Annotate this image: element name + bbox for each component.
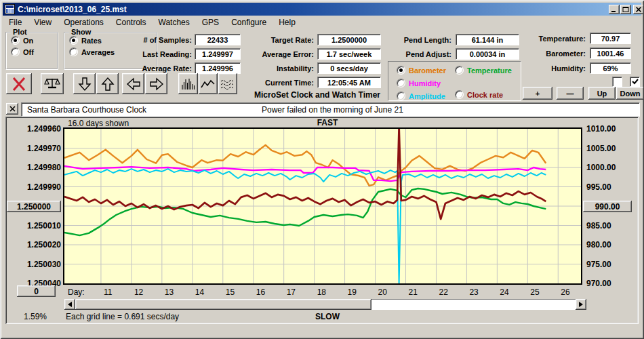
rate-plot-button[interactable]: [199, 73, 218, 94]
radio-humidity[interactable]: Humidity: [397, 79, 446, 87]
radio-button-icon: [397, 79, 405, 87]
series-selector-group: BarometerHumidityAmplitude TemperatureCl…: [388, 61, 521, 101]
close-button[interactable]: [633, 5, 644, 14]
x-axis-day-label: 25: [530, 287, 539, 297]
x-axis-day-label: 23: [469, 287, 478, 297]
radio-barometer[interactable]: Barometer: [397, 66, 446, 75]
clock-name-field[interactable]: Santa Barbara Courthouse Clock: [27, 105, 146, 115]
x-axis-day-label: 11: [104, 287, 112, 297]
radio-off[interactable]: Off: [11, 47, 57, 56]
multi-line-icon: [220, 78, 235, 90]
pend-length-value[interactable]: 61.144 in: [456, 34, 519, 45]
x-axis-day-label: 20: [378, 287, 387, 297]
temperature-label: Temperature:: [524, 35, 586, 43]
minimize-button[interactable]: [609, 5, 620, 14]
radio-amplitude[interactable]: Amplitude: [397, 92, 446, 100]
menu-help[interactable]: Help: [273, 16, 302, 28]
app-window: C:\microset\2013_06_25.mst FileViewOpera…: [0, 0, 644, 339]
radio-button-icon: [455, 66, 464, 75]
up-button[interactable]: Up: [588, 87, 616, 100]
radio-button-icon: [69, 36, 78, 45]
show-group-legend: Show: [69, 28, 93, 36]
plot-group-legend: Plot: [11, 28, 29, 36]
current-time-label: Current Time:: [237, 79, 314, 87]
status-message: Power failed on the morning of June 21: [262, 105, 403, 115]
minus-button[interactable]: —: [557, 87, 584, 100]
plus-button[interactable]: +: [523, 87, 552, 100]
balance-button[interactable]: [41, 73, 64, 94]
plot-area[interactable]: [63, 127, 582, 285]
fast-label: FAST: [277, 118, 378, 127]
y-axis-label-right: 995.00: [586, 182, 635, 192]
app-icon: [5, 4, 15, 14]
left-axis-center-button[interactable]: 1.250000: [7, 201, 61, 212]
histogram-icon: [180, 77, 197, 92]
radio-temperature[interactable]: Temperature: [455, 66, 512, 75]
samples-label: # of Samples:: [122, 36, 192, 44]
maximize-button[interactable]: [620, 5, 631, 14]
y-axis-label-left: 1.250010: [5, 221, 61, 231]
shift-down-button[interactable]: [73, 73, 96, 94]
window-title: C:\microset\2013_06_25.mst: [18, 5, 127, 14]
humidity-value: 69%: [590, 62, 631, 74]
right-checkbox[interactable]: [630, 77, 640, 87]
shift-up-button[interactable]: [96, 73, 119, 94]
radio-clock-rate[interactable]: Clock rate: [455, 90, 512, 99]
scrollbar-thumb[interactable]: [75, 299, 371, 310]
zero-button[interactable]: 0: [17, 285, 56, 297]
menu-file[interactable]: File: [3, 16, 28, 28]
histogram-view-button[interactable]: [178, 73, 198, 94]
instability-value: 0 secs/day: [317, 62, 381, 74]
arrow-left-icon: [125, 77, 142, 91]
shift-left-button[interactable]: [122, 73, 144, 94]
menu-configure[interactable]: Configure: [225, 16, 273, 28]
x-axis-day-label: 16: [256, 287, 265, 297]
barometer-value: 1001.46: [590, 47, 631, 59]
target-rate-value[interactable]: 1.2500000: [317, 34, 381, 45]
menu-watches[interactable]: Watches: [153, 16, 196, 28]
x-axis-day-label: 13: [165, 287, 174, 297]
last-reading-value: 1.249997: [195, 48, 241, 60]
grid-info-label: Each grid line = 0.691 secs/day: [66, 312, 179, 321]
y-axis-label-left: 1.249990: [5, 182, 61, 192]
y-axis-label-left: 1.249980: [5, 163, 61, 172]
close-small-icon: [9, 106, 16, 112]
menu-operations[interactable]: Operations: [58, 16, 110, 28]
series-clock-rate: [64, 129, 546, 219]
menu-gps[interactable]: GPS: [196, 16, 225, 28]
y-axis-label-right: 1005.00: [586, 144, 635, 153]
x-axis-day-label: 21: [409, 287, 418, 297]
rate-plot-icon: [201, 78, 216, 90]
scroll-right-button[interactable]: [576, 299, 586, 310]
pend-length-label: Pend Length:: [390, 36, 451, 44]
x-axis-day-label: 17: [287, 287, 296, 297]
chart-scrollbar: [64, 299, 586, 310]
down-button[interactable]: Down: [616, 87, 644, 100]
menu-bar: FileViewOperationsControlsWatchesGPSConf…: [3, 16, 641, 28]
multi-line-view-button[interactable]: [218, 73, 237, 94]
menu-controls[interactable]: Controls: [110, 16, 153, 28]
scroll-left-button[interactable]: [64, 299, 75, 310]
y-axis-label-right: 975.00: [586, 260, 635, 269]
radio-on[interactable]: On: [11, 36, 57, 45]
last-reading-label: Last Reading:: [122, 50, 192, 58]
x-axis-day-label: 24: [500, 287, 508, 297]
left-checkbox[interactable]: [612, 77, 622, 87]
days-shown-label: 16.0 days shown: [68, 119, 129, 128]
menu-view[interactable]: View: [28, 16, 58, 28]
clear-status-button[interactable]: [6, 103, 18, 115]
radio-button-icon: [11, 47, 20, 56]
clear-plot-button[interactable]: [6, 73, 32, 94]
average-error-value: 1.7 sec/week: [317, 48, 381, 60]
status-bar: Santa Barbara Courthouse Clock Power fai…: [21, 102, 640, 117]
x-axis-day-label: 15: [226, 287, 235, 297]
shift-right-button[interactable]: [145, 73, 167, 94]
pend-adjust-value[interactable]: 0.00034 in: [456, 48, 519, 60]
radio-button-icon: [11, 36, 20, 45]
scroll-left-icon: [67, 301, 73, 308]
y-axis-label-right: 970.00: [586, 279, 635, 288]
right-axis-center-button[interactable]: 990.00: [583, 201, 632, 212]
radio-button-icon: [69, 47, 78, 56]
close-icon: [635, 6, 642, 13]
series-temperature: [64, 188, 546, 235]
